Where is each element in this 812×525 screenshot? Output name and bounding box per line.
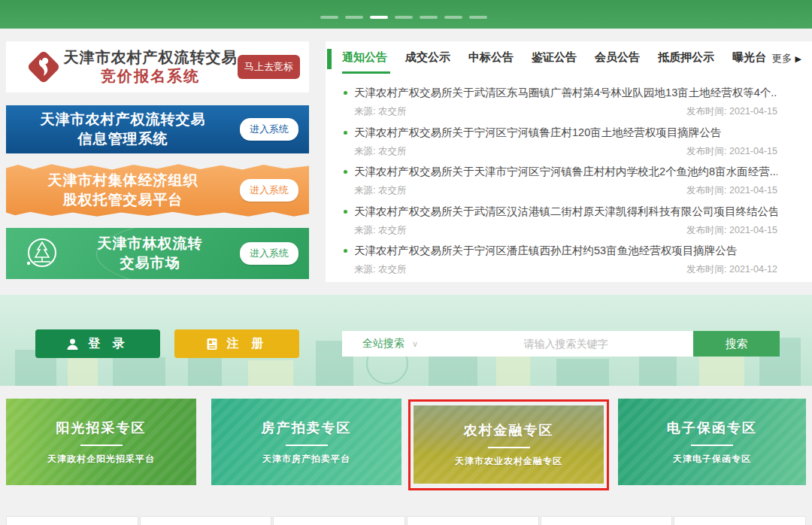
zone-card-rural-finance[interactable]: 农村金融专区 天津市农业农村金融专区 [414,405,604,484]
search-bar: 全站搜索 ∨ 搜索 [342,331,780,357]
info-management-banner[interactable]: 天津市农村产权流转交易 信息管理系统 进入系统 [6,105,309,153]
site-title: 天津市农村产权流转交易 [63,48,238,67]
enter-forest-market-button[interactable]: 进入系统 [240,242,298,265]
forest-market-title: 天津市林权流转 交易市场 [60,234,240,272]
top-carousel-bar [0,0,812,29]
homepage: 天津市农村产权流转交易 竞价报名系统 马上去竞标 天津市农村产权流转交易 信息管… [0,0,812,525]
news-time: 发布时间: 2021-04-15 [686,145,777,158]
carousel-dot[interactable] [395,16,413,19]
list-item: 天津农村产权交易所关于天津市宁河区宁河镇鲁庄村村内学校北2个鱼池约8亩水面经营.… [326,158,812,198]
news-link[interactable]: 天津农村产权交易所关于武清区东马圈镇广善村第4号林业队园地13亩土地经营权等4个… [326,79,812,100]
register-button[interactable]: 注 册 [174,329,299,358]
news-link[interactable]: 天津农村产权交易所关于武清区汉沽港镇二街村原天津凯得利科技有限公司项目终结公告 [326,198,812,219]
tab-pledge[interactable]: 抵质押公示 [658,50,714,65]
news-source: 来源: 农交所 [354,224,406,237]
site-subtitle: 竞价报名系统 [63,67,238,86]
bidding-system-title: 天津市农村产权流转交易 竞价报名系统 [63,48,238,86]
bottom-link-strip [6,516,806,525]
chevron-down-icon: ∨ [412,339,418,349]
bottom-link-box[interactable] [407,516,539,525]
info-management-title: 天津市农村产权流转交易 信息管理系统 [6,110,240,148]
carousel-indicators [320,16,487,19]
bottom-link-box[interactable] [140,516,272,525]
list-item: 天津农村产权交易所关于武清区汉沽港镇二街村原天津凯得利科技有限公司项目终结公告 … [326,198,812,238]
list-item: 天津农村产权交易所关于宁河区宁河镇鲁庄村120亩土地经营权项目摘牌公告 来源: … [326,119,812,159]
tab-certification[interactable]: 鉴证公告 [532,50,577,65]
news-source: 来源: 农交所 [354,184,406,197]
more-link[interactable]: 更多 ▶ [772,52,801,65]
carousel-dot[interactable] [320,16,338,19]
tab-deal-publicity[interactable]: 成交公示 [405,50,450,65]
tab-notice[interactable]: 通知公告 [342,50,387,65]
enter-equity-platform-button[interactable]: 进入系统 [240,179,298,202]
news-source: 来源: 农交所 [354,263,406,276]
search-input[interactable] [438,331,693,357]
zone-card-property-auction[interactable]: 房产拍卖专区 天津市房产拍卖平台 [211,399,401,485]
tab-member[interactable]: 会员公告 [595,50,640,65]
more-arrow-icon: ▶ [795,54,801,64]
carousel-dot-active[interactable] [370,16,388,19]
login-button[interactable]: 登 录 [35,329,160,358]
tree-icon [23,235,60,272]
bottom-link-box[interactable] [541,516,673,525]
carousel-dot[interactable] [345,16,363,19]
bullet-icon [344,249,347,253]
news-link[interactable]: 天津农村产权交易所关于宁河区潘庄镇西孙庄村约53亩鱼池经营权项目摘牌公告 [326,237,812,258]
zone-card-sunshine-procurement[interactable]: 阳光招采专区 天津政村企阳光招采平台 [6,399,196,485]
id-card-icon [206,338,218,351]
bullet-icon [344,91,347,95]
bottom-link-box[interactable] [273,516,405,525]
equity-platform-title: 天津市村集体经济组织 股权托管交易平台 [6,171,240,209]
active-tab-underline [342,71,390,74]
announcement-panel: 通知公告 成交公示 中标公告 鉴证公告 会员公告 抵质押公示 曝光台 更多 ▶ … [326,41,812,282]
bidding-system-card[interactable]: 天津市农村产权流转交易 竞价报名系统 马上去竞标 [6,41,309,93]
forest-market-banner[interactable]: 天津市林权流转 交易市场 进入系统 [6,228,309,279]
go-bid-button[interactable]: 马上去竞标 [238,55,300,79]
list-item: 天津农村产权交易所关于武清区东马圈镇广善村第4号林业队园地13亩土地经营权等4个… [326,79,812,119]
tab-winning-bid[interactable]: 中标公告 [468,50,514,65]
bottom-link-box[interactable] [6,516,138,525]
announcement-tabs: 通知公告 成交公示 中标公告 鉴证公告 会员公告 抵质押公示 曝光台 [342,50,766,65]
login-search-banner: 登 录 注 册 全站搜索 ∨ 搜索 [0,295,812,386]
news-link[interactable]: 天津农村产权交易所关于天津市宁河区宁河镇鲁庄村村内学校北2个鱼池约8亩水面经营.… [326,158,812,179]
bullet-icon [344,131,347,135]
carousel-dot[interactable] [420,16,438,19]
news-time: 发布时间: 2021-04-15 [686,224,777,237]
tab-exposure[interactable]: 曝光台 [732,50,766,65]
logo-diamond-icon [24,47,63,86]
zone-card-e-guarantee[interactable]: 电子保函专区 天津电子保函专区 [618,399,806,485]
search-button[interactable]: 搜索 [693,331,780,357]
news-time: 发布时间: 2021-04-15 [686,184,777,197]
search-scope-select[interactable]: 全站搜索 ∨ [342,331,438,357]
user-icon [66,338,79,351]
equity-platform-banner[interactable]: 天津市村集体经济组织 股权托管交易平台 进入系统 [6,162,309,218]
carousel-dot[interactable] [469,16,487,19]
list-item: 天津农村产权交易所关于宁河区潘庄镇西孙庄村约53亩鱼池经营权项目摘牌公告 来源:… [326,237,812,277]
news-link[interactable]: 天津农村产权交易所关于宁河区宁河镇鲁庄村120亩土地经营权项目摘牌公告 [326,119,812,140]
news-time: 发布时间: 2021-04-12 [686,263,777,276]
bottom-link-box[interactable] [674,516,806,525]
bullet-icon [344,170,347,174]
tab-accent-bar [327,49,332,69]
carousel-dot[interactable] [444,16,462,19]
news-source: 来源: 农交所 [354,145,406,158]
bullet-icon [344,210,347,214]
news-source: 来源: 农交所 [354,105,406,118]
news-time: 发布时间: 2021-04-15 [686,105,777,118]
announcement-list: 天津农村产权交易所关于武清区东马圈镇广善村第4号林业队园地13亩土地经营权等4个… [326,79,812,277]
enter-info-system-button[interactable]: 进入系统 [240,118,298,141]
